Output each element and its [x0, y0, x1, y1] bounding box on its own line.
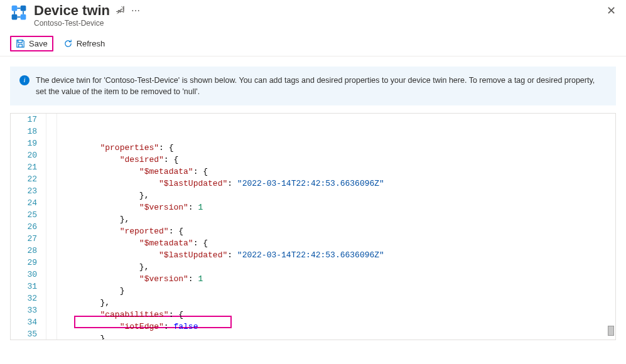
svg-rect-0 [12, 6, 18, 11]
info-banner: i The device twin for 'Contoso-Test-Devi… [10, 67, 616, 105]
close-icon[interactable]: ✕ [607, 4, 616, 18]
info-icon: i [19, 75, 30, 85]
code-line[interactable]: "$version": 1 [61, 201, 615, 213]
code-line[interactable]: }, [61, 261, 615, 273]
save-button[interactable]: Save [10, 36, 53, 51]
code-line[interactable]: }, [61, 297, 615, 309]
resource-icon [10, 4, 28, 21]
code-line[interactable]: }, [61, 190, 615, 201]
more-icon[interactable]: ⋯ [131, 6, 140, 16]
svg-rect-2 [12, 14, 18, 20]
svg-rect-3 [21, 14, 26, 20]
save-icon [16, 39, 25, 48]
scroll-thumb[interactable] [608, 326, 614, 336]
refresh-icon [63, 39, 73, 48]
line-gutter: 17181920212223242526272829303132333435 [11, 114, 46, 340]
code-line[interactable]: "$lastUpdated": "2022-03-14T22:42:53.663… [61, 249, 615, 261]
blade-header: Device twin ⋯ Contoso-Test-Device ✕ [0, 0, 626, 33]
refresh-label: Refresh [77, 39, 105, 48]
refresh-button[interactable]: Refresh [57, 35, 112, 52]
code-line[interactable]: "$lastUpdated": "2022-03-14T22:42:53.663… [61, 178, 615, 190]
code-line[interactable]: "$version": 1 [61, 273, 615, 285]
code-area[interactable]: "properties": { "desired": { "$metadata"… [57, 114, 615, 340]
code-line[interactable]: "$metadata": { [61, 237, 615, 249]
command-bar: Save Refresh [0, 33, 626, 56]
page-subtitle: Contoso-Test-Device [34, 19, 616, 28]
svg-rect-1 [21, 6, 26, 11]
code-line[interactable]: } [61, 285, 615, 297]
json-editor[interactable]: 17181920212223242526272829303132333435 "… [10, 113, 616, 340]
page-title: Device twin [34, 3, 110, 19]
pin-icon[interactable] [116, 6, 125, 16]
code-line[interactable]: "properties": { [61, 142, 615, 154]
code-line[interactable]: "capabilities": { [61, 309, 615, 321]
code-line[interactable]: "desired": { [61, 154, 615, 166]
code-line[interactable]: } [61, 333, 615, 340]
code-line[interactable]: "iotEdge": false [61, 321, 615, 333]
code-line[interactable]: }, [61, 213, 615, 225]
fold-strip [46, 114, 57, 340]
save-label: Save [29, 39, 48, 48]
code-line[interactable]: "$metadata": { [61, 166, 615, 178]
code-line[interactable]: "reported": { [61, 225, 615, 237]
info-text: The device twin for 'Contoso-Test-Device… [36, 75, 607, 97]
